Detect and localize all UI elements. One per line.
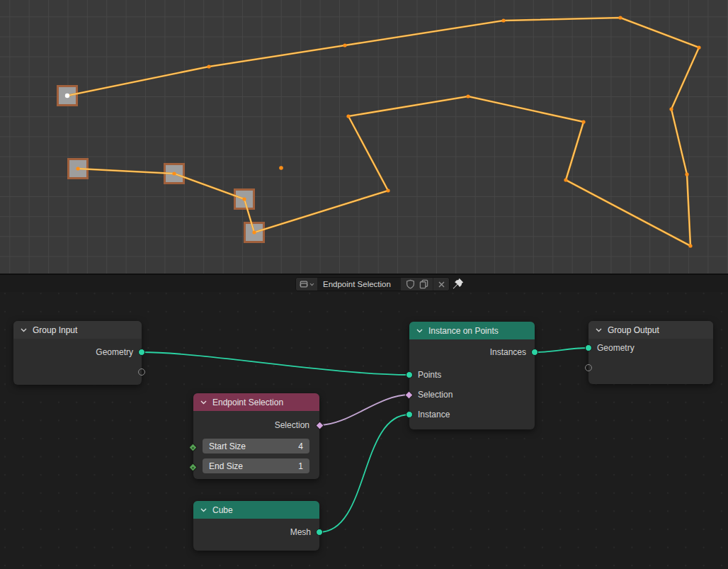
shield-icon[interactable]	[406, 279, 415, 289]
mesh-output-socket[interactable]	[316, 529, 323, 536]
collapse-chevron-icon[interactable]	[21, 328, 27, 332]
chevron-down-icon	[309, 283, 314, 286]
node-tree-type-button[interactable]	[296, 278, 317, 291]
socket-label: Points	[418, 369, 441, 381]
collapse-chevron-icon[interactable]	[200, 508, 207, 512]
close-icon	[438, 281, 445, 288]
duplicate-icon[interactable]	[419, 279, 428, 289]
socket-label: Selection	[275, 419, 309, 431]
unlink-button[interactable]	[433, 278, 449, 291]
virtual-output-socket[interactable]	[138, 368, 145, 376]
node-group-input[interactable]: Group Input Geometry	[13, 321, 142, 385]
link-geometry-to-points	[142, 352, 409, 375]
field-label: End Size	[209, 461, 243, 471]
datablock-tools	[401, 278, 433, 291]
socket-label: Instance	[418, 409, 450, 420]
collapse-chevron-icon[interactable]	[596, 328, 602, 332]
node-header[interactable]: Group Output	[588, 321, 713, 339]
instance-input-socket[interactable]	[406, 411, 413, 418]
node-header[interactable]: Endpoint Selection	[193, 393, 319, 411]
viewport-3d[interactable]	[0, 0, 728, 274]
link-instances-to-output	[535, 348, 588, 352]
collapse-chevron-icon[interactable]	[200, 400, 207, 405]
node-group-name-field[interactable]: Endpoint Selection	[317, 278, 401, 291]
node-title: Instance on Points	[428, 326, 499, 336]
node-cube[interactable]: Cube Mesh	[193, 501, 319, 551]
points-input-socket[interactable]	[406, 371, 413, 378]
node-tree-icon	[300, 280, 308, 288]
field-label: Start Size	[209, 441, 246, 451]
node-title: Endpoint Selection	[212, 398, 283, 407]
link-selection	[319, 395, 409, 425]
node-group-selector: Endpoint Selection	[295, 277, 450, 291]
virtual-input-socket[interactable]	[585, 364, 592, 371]
link-mesh-to-instance	[319, 415, 409, 532]
socket-label: Geometry	[597, 342, 635, 354]
field-value: 1	[298, 461, 303, 471]
node-title: Cube	[212, 505, 233, 515]
node-editor-header: Endpoint Selection	[0, 274, 728, 292]
node-endpoint-selection[interactable]: Endpoint Selection Selection Start Size …	[193, 393, 319, 479]
collapse-chevron-icon[interactable]	[416, 329, 423, 333]
socket-label: Instances	[490, 347, 526, 358]
start-size-field[interactable]: Start Size 4	[203, 439, 309, 453]
instances-output-socket[interactable]	[531, 349, 538, 356]
field-value: 4	[298, 441, 303, 451]
geometry-node-editor[interactable]: Group Input Geometry Endpoint Selection …	[0, 292, 728, 569]
socket-label: Mesh	[290, 526, 311, 538]
node-title: Group Output	[608, 325, 659, 335]
end-size-field[interactable]: End Size 1	[203, 458, 309, 473]
node-instance-on-points[interactable]: Instance on Points Instances Points Sele…	[409, 322, 535, 429]
socket-label: Geometry	[96, 347, 133, 358]
curve-and-instances	[0, 0, 728, 274]
node-header[interactable]: Cube	[193, 501, 319, 519]
pin-icon[interactable]	[452, 278, 464, 290]
node-header[interactable]: Group Input	[13, 321, 142, 339]
node-group-output[interactable]: Group Output Geometry	[588, 321, 713, 384]
geometry-output-socket[interactable]	[138, 349, 145, 356]
node-header[interactable]: Instance on Points	[409, 322, 535, 339]
socket-label: Selection	[418, 389, 453, 400]
geometry-input-socket[interactable]	[585, 344, 592, 351]
node-title: Group Input	[33, 325, 77, 335]
